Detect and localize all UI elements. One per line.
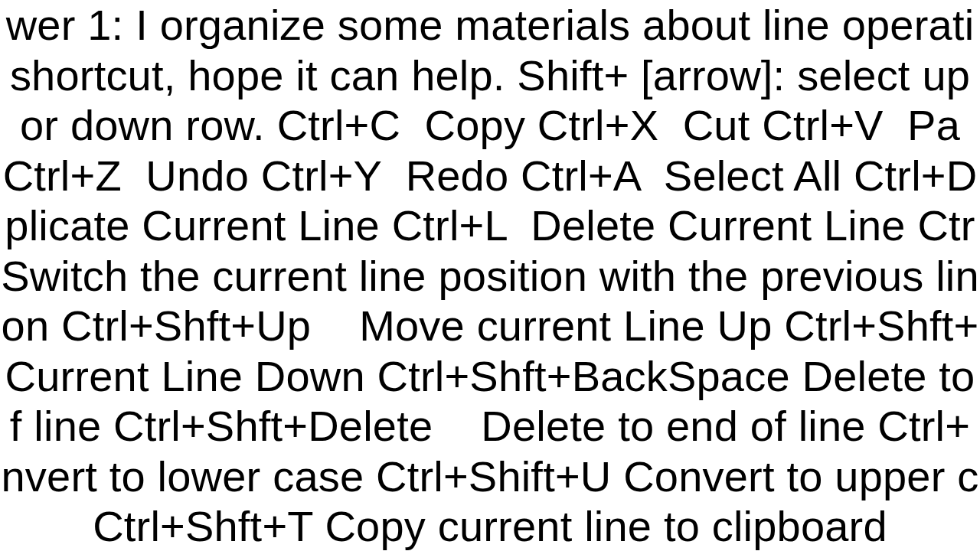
document-text: wer 1: I organize some materials about l… bbox=[0, 0, 980, 551]
